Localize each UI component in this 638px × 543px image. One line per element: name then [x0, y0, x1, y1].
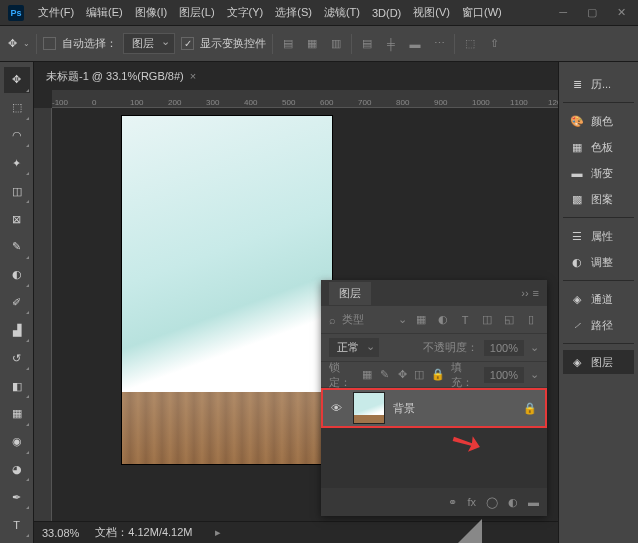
layer-lock-icon[interactable]: 🔒 — [523, 402, 537, 415]
fill-value[interactable]: 100% — [484, 367, 524, 383]
paths-icon: ⟋ — [569, 317, 585, 333]
properties-panel-tab[interactable]: ☰属性 — [563, 224, 634, 248]
filter-toggle[interactable]: ▯ — [523, 312, 539, 328]
show-transform-checkbox[interactable] — [181, 37, 194, 50]
brush-tool[interactable]: ✐ — [4, 290, 30, 316]
lock-all-icon[interactable]: 🔒 — [431, 368, 445, 381]
collapse-icon[interactable]: ›› — [521, 287, 528, 299]
menu-window[interactable]: 窗口(W) — [456, 1, 508, 24]
3d-mode-icon[interactable]: ⬚ — [461, 35, 479, 53]
align-right-icon[interactable]: ▥ — [327, 35, 345, 53]
doc-info[interactable]: 文档：4.12M/4.12M — [95, 525, 192, 540]
menu-3d[interactable]: 3D(D) — [366, 3, 407, 23]
channels-panel-tab[interactable]: ◈通道 — [563, 287, 634, 311]
eraser-tool[interactable]: ◧ — [4, 373, 30, 399]
filter-type-icon[interactable]: T — [457, 312, 473, 328]
magic-wand-tool[interactable]: ✦ — [4, 150, 30, 176]
link-layers-icon[interactable]: ⚭ — [448, 496, 457, 509]
lock-position-icon[interactable]: ✥ — [396, 368, 407, 381]
adjustments-panel-tab[interactable]: ◐调整 — [563, 250, 634, 274]
document-tab[interactable]: 未标题-1 @ 33.1%(RGB/8#) × — [38, 65, 204, 88]
auto-select-checkbox[interactable] — [43, 37, 56, 50]
type-tool[interactable]: T — [4, 512, 30, 538]
tab-close-icon[interactable]: × — [190, 70, 196, 82]
ruler-vertical[interactable] — [34, 108, 52, 543]
visibility-toggle[interactable]: 👁 — [331, 402, 345, 414]
dodge-tool[interactable]: ◕ — [4, 457, 30, 483]
align-bottom-icon[interactable]: ▬ — [406, 35, 424, 53]
canvas[interactable] — [122, 116, 332, 464]
zoom-level[interactable]: 33.08% — [42, 527, 79, 539]
menu-view[interactable]: 视图(V) — [407, 1, 456, 24]
layer-name[interactable]: 背景 — [393, 401, 515, 416]
patterns-icon: ▩ — [569, 191, 585, 207]
eyedropper-tool[interactable]: ✎ — [4, 234, 30, 260]
align-center-v-icon[interactable]: ╪ — [382, 35, 400, 53]
search-icon[interactable]: ⌕ — [329, 314, 336, 326]
options-bar: ✥ ⌄ 自动选择： 图层 显示变换控件 ▤ ▦ ▥ ▤ ╪ ▬ ⋯ ⬚ ⇧ — [0, 26, 638, 62]
color-panel-tab[interactable]: 🎨颜色 — [563, 109, 634, 133]
color-icon: 🎨 — [569, 113, 585, 129]
align-center-h-icon[interactable]: ▦ — [303, 35, 321, 53]
menu-type[interactable]: 文字(Y) — [221, 1, 270, 24]
tool-preset-dropdown[interactable]: ⌄ — [23, 39, 30, 48]
marquee-tool[interactable]: ⬚ — [4, 95, 30, 121]
healing-tool[interactable]: ◐ — [4, 262, 30, 288]
history-brush-tool[interactable]: ↺ — [4, 345, 30, 371]
layer-row-background[interactable]: 👁 背景 🔒 — [321, 388, 547, 428]
align-top-icon[interactable]: ▤ — [358, 35, 376, 53]
move-tool[interactable]: ✥ — [4, 67, 30, 93]
opacity-label: 不透明度： — [423, 340, 478, 355]
auto-select-target[interactable]: 图层 — [123, 33, 175, 54]
lasso-tool[interactable]: ◠ — [4, 123, 30, 149]
gradient-tool[interactable]: ▦ — [4, 401, 30, 427]
history-panel-tab[interactable]: ≣历... — [563, 72, 634, 96]
menu-select[interactable]: 选择(S) — [269, 1, 318, 24]
patterns-panel-tab[interactable]: ▩图案 — [563, 187, 634, 211]
lock-image-icon[interactable]: ✎ — [379, 368, 390, 381]
swatches-icon: ▦ — [569, 139, 585, 155]
resize-corner[interactable] — [456, 519, 482, 543]
doc-info-dropdown[interactable]: ▸ — [215, 526, 221, 539]
menu-file[interactable]: 文件(F) — [32, 1, 80, 24]
menu-layer[interactable]: 图层(L) — [173, 1, 220, 24]
crop-tool[interactable]: ◫ — [4, 178, 30, 204]
filter-smart-icon[interactable]: ◱ — [501, 312, 517, 328]
close-button[interactable]: ✕ — [613, 4, 630, 21]
menu-edit[interactable]: 编辑(E) — [80, 1, 129, 24]
layer-thumbnail[interactable] — [353, 392, 385, 424]
layer-mask-icon[interactable]: ◯ — [486, 496, 498, 509]
toolbar: ✥ ⬚ ◠ ✦ ◫ ⊠ ✎ ◐ ✐ ▟ ↺ ◧ ▦ ◉ ◕ ✒ T — [0, 62, 34, 543]
minimize-button[interactable]: ─ — [555, 4, 571, 21]
more-options-icon[interactable]: ⋯ — [430, 35, 448, 53]
blur-tool[interactable]: ◉ — [4, 429, 30, 455]
menu-filter[interactable]: 滤镜(T) — [318, 1, 366, 24]
gradients-panel-tab[interactable]: ▬渐变 — [563, 161, 634, 185]
stamp-tool[interactable]: ▟ — [4, 317, 30, 343]
menu-image[interactable]: 图像(I) — [129, 1, 173, 24]
ruler-horizontal[interactable]: -100 0 100 200 300 400 500 600 700 800 9… — [52, 90, 558, 108]
move-tool-icon[interactable]: ✥ — [8, 37, 17, 50]
filter-adjustment-icon[interactable]: ◐ — [435, 312, 451, 328]
adjustment-layer-icon[interactable]: ◐ — [508, 496, 518, 509]
maximize-button[interactable]: ▢ — [583, 4, 601, 21]
align-left-icon[interactable]: ▤ — [279, 35, 297, 53]
document-tabs: 未标题-1 @ 33.1%(RGB/8#) × — [34, 62, 558, 90]
paths-panel-tab[interactable]: ⟋路径 — [563, 313, 634, 337]
frame-tool[interactable]: ⊠ — [4, 206, 30, 232]
lock-artboard-icon[interactable]: ◫ — [414, 368, 425, 381]
layers-panel-header[interactable]: 图层 ›› ≡ — [321, 280, 547, 306]
pen-tool[interactable]: ✒ — [4, 484, 30, 510]
filter-type-select[interactable]: 类型 — [342, 312, 392, 327]
lock-transparency-icon[interactable]: ▦ — [362, 368, 373, 381]
share-icon[interactable]: ⇧ — [485, 35, 503, 53]
panel-menu-icon[interactable]: ≡ — [533, 287, 539, 299]
filter-pixel-icon[interactable]: ▦ — [413, 312, 429, 328]
swatches-panel-tab[interactable]: ▦色板 — [563, 135, 634, 159]
group-icon[interactable]: ▬ — [528, 496, 539, 508]
layers-panel-tab[interactable]: ◈图层 — [563, 350, 634, 374]
filter-shape-icon[interactable]: ◫ — [479, 312, 495, 328]
layer-effects-icon[interactable]: fx — [467, 496, 476, 508]
opacity-value[interactable]: 100% — [484, 340, 524, 356]
blend-mode-select[interactable]: 正常 — [329, 338, 379, 357]
